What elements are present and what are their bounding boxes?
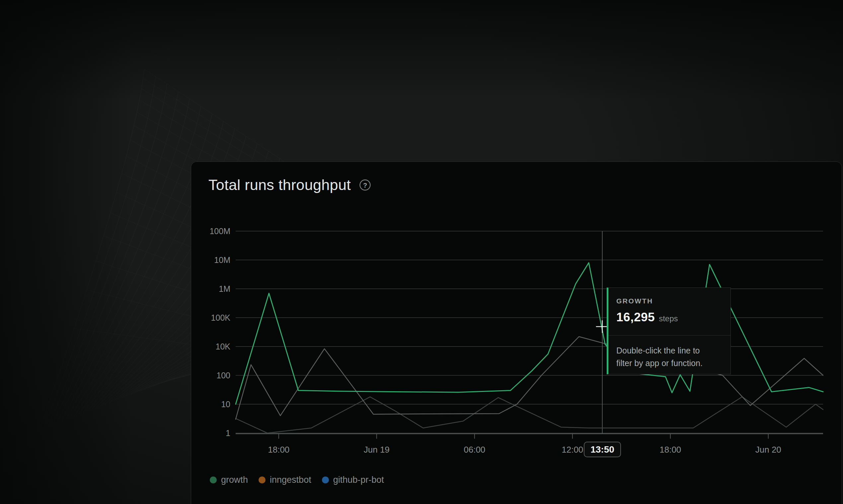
legend-item-github-pr-bot[interactable]: github-pr-bot (322, 475, 384, 485)
inngestbot-series-dot-icon (259, 476, 265, 483)
tooltip-hint-line2: filter by app or function. (616, 358, 703, 368)
github-pr-bot-series-dot-icon (322, 476, 329, 483)
legend-item-inngestbot[interactable]: inngestbot (259, 475, 311, 485)
mesh-line (44, 77, 156, 428)
legend-label: inngestbot (270, 475, 311, 485)
crosshair-time-badge: 13:50 (584, 442, 621, 457)
dashboard-screen: Total runs throughput ? 11010010K100K1M1… (0, 0, 843, 504)
mesh-line (53, 91, 178, 425)
mesh-line (40, 69, 144, 429)
legend-label: github-pr-bot (333, 475, 384, 485)
tooltip-series-label: GROWTH (616, 297, 723, 305)
tooltip-unit: steps (659, 314, 678, 323)
tooltip-header: GROWTH 16,295 steps (608, 288, 730, 336)
legend-item-growth[interactable]: growth (210, 475, 248, 485)
throughput-card: Total runs throughput ? (191, 161, 842, 504)
tooltip-value: 16,295 (616, 310, 655, 324)
tooltip-hint: Double-click the line to filter by app o… (608, 336, 730, 370)
tooltip-hint-line1: Double-click the line to (616, 346, 700, 355)
card-header: Total runs throughput ? (208, 176, 372, 194)
tooltip-value-row: 16,295 steps (616, 310, 723, 324)
chart-title: Total runs throughput (208, 176, 351, 194)
chart-tooltip: GROWTH 16,295 steps Double-click the lin… (607, 287, 731, 374)
mesh-line (62, 106, 201, 421)
mesh-line (49, 84, 167, 426)
chart-legend: growth inngestbot github-pr-bot (210, 475, 384, 485)
svg-text:?: ? (363, 182, 367, 189)
legend-label: growth (221, 475, 248, 485)
help-icon[interactable]: ? (359, 179, 372, 191)
growth-series-dot-icon (210, 476, 217, 483)
